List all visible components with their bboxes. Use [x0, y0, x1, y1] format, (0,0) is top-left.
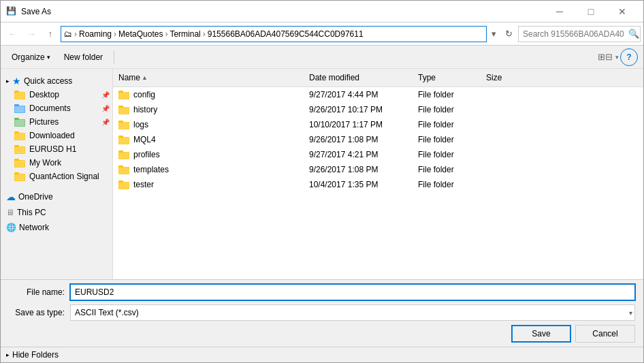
file-folder-icon [118, 120, 129, 129]
crumb-roaming: Roaming [79, 29, 112, 39]
title-icon: 💾 [6, 6, 17, 17]
cancel-button[interactable]: Cancel [575, 325, 635, 343]
network-label: Network [19, 223, 49, 232]
sidebar-item-my-work[interactable]: My Work [1, 156, 112, 170]
svg-rect-8 [15, 120, 25, 126]
sidebar-item-pictures[interactable]: Pictures 📌 [1, 115, 112, 129]
svg-rect-35 [119, 153, 129, 159]
table-row[interactable]: MQL4 9/26/2017 1:08 PM File folder [113, 132, 643, 147]
my-work-label: My Work [29, 158, 61, 168]
hide-folders-row[interactable]: ▸ Hide Folders [1, 347, 643, 362]
filename-row: File name: [9, 284, 635, 300]
table-row[interactable]: config 9/27/2017 4:44 PM File folder [113, 87, 643, 102]
quant-folder-icon [14, 172, 25, 181]
file-folder-icon [118, 135, 129, 144]
sidebar-item-documents[interactable]: Documents 📌 [1, 101, 112, 115]
maximize-button[interactable]: □ [575, 1, 607, 22]
col-header-date[interactable]: Date modified [304, 70, 413, 85]
table-row[interactable]: profiles 9/27/2017 4:21 PM File folder [113, 147, 643, 162]
svg-rect-23 [119, 93, 129, 99]
title-bar: 💾 Save As ─ □ ✕ [1, 1, 643, 22]
file-name-cell: templates [113, 163, 304, 176]
sidebar: ▸ ★ Quick access Desktop 📌 [1, 69, 113, 279]
pin-icon-pics: 📌 [101, 119, 110, 126]
svg-rect-4 [14, 104, 19, 106]
my-work-folder-icon [14, 158, 25, 168]
search-icon-button[interactable]: 🔍 [628, 29, 639, 39]
table-row[interactable]: templates 9/26/2017 1:08 PM File folder [113, 162, 643, 177]
col-header-size[interactable]: Size [481, 70, 535, 85]
title-bar-controls: ─ □ ✕ [544, 1, 638, 22]
eurusd-folder-icon [14, 144, 25, 154]
svg-rect-2 [15, 93, 25, 99]
refresh-button[interactable]: ↻ [500, 26, 517, 42]
view-button[interactable]: ⊞⊟ [596, 48, 614, 66]
svg-rect-29 [119, 123, 129, 129]
search-input[interactable] [518, 26, 641, 42]
new-folder-button[interactable]: New folder [59, 48, 108, 66]
file-name-cell: MQL4 [113, 133, 304, 146]
file-date-cell: 9/27/2017 4:44 PM [304, 88, 413, 101]
file-size-cell [481, 153, 535, 157]
file-size-cell [481, 183, 535, 187]
file-type-cell: File folder [413, 118, 481, 131]
action-row: Save Cancel [9, 325, 635, 343]
table-row[interactable]: history 9/26/2017 10:17 PM File folder [113, 102, 643, 117]
bottom-panel: File name: Save as type: ASCII Text (*.c… [1, 279, 643, 347]
file-size-cell [481, 168, 535, 172]
sidebar-quick-access[interactable]: ▸ ★ Quick access [1, 72, 112, 88]
minimize-button[interactable]: ─ [544, 1, 575, 22]
file-list-container: Name ▲ Date modified Type Size [113, 69, 643, 279]
pictures-label: Pictures [29, 117, 59, 127]
title-text: Save As [21, 7, 544, 16]
svg-rect-37 [118, 165, 123, 168]
file-folder-icon [118, 150, 129, 159]
sidebar-this-pc[interactable]: 🖥 This PC [1, 204, 112, 219]
quick-access-label: Quick access [24, 76, 72, 86]
file-date-cell: 9/26/2017 10:17 PM [304, 103, 413, 116]
sidebar-item-eurusd[interactable]: EURUSD H1 [1, 142, 112, 156]
close-button[interactable]: ✕ [607, 1, 638, 22]
filename-input[interactable] [70, 284, 635, 300]
crumb-1: 🗂 [64, 29, 72, 39]
file-type-cell: File folder [413, 103, 481, 116]
back-button[interactable]: ← [3, 25, 21, 43]
up-button[interactable]: ↑ [42, 25, 59, 43]
svg-rect-26 [119, 108, 129, 114]
table-row[interactable]: logs 10/10/2017 1:17 PM File folder [113, 117, 643, 132]
address-bar-row: ← → ↑ 🗂 › Roaming › MetaQuotes › Termina… [1, 22, 643, 46]
documents-folder-icon [14, 104, 25, 113]
file-folder-icon [118, 105, 129, 114]
sidebar-network[interactable]: 🌐 Network [1, 219, 112, 234]
svg-rect-28 [118, 121, 123, 123]
col-header-name[interactable]: Name ▲ [113, 70, 304, 85]
svg-rect-14 [15, 147, 25, 153]
col-header-type[interactable]: Type [413, 70, 481, 85]
organize-button[interactable]: Organize ▾ [6, 48, 56, 66]
sidebar-item-downloaded[interactable]: Downloaded [1, 129, 112, 142]
svg-rect-32 [119, 138, 129, 144]
forward-button[interactable]: → [22, 25, 40, 43]
file-size-cell [481, 93, 535, 97]
sidebar-onedrive[interactable]: ☁ OneDrive [1, 187, 112, 204]
file-type-cell: File folder [413, 163, 481, 176]
toolbar-separator [114, 50, 114, 64]
table-row[interactable]: tester 10/4/2017 1:35 PM File folder [113, 177, 643, 192]
quick-access-chevron: ▸ [6, 78, 10, 84]
filename-label: File name: [9, 287, 70, 297]
sidebar-item-desktop[interactable]: Desktop 📌 [1, 88, 112, 101]
file-folder-icon [118, 90, 129, 99]
file-type-cell: File folder [413, 148, 481, 161]
desktop-folder-icon [14, 90, 25, 99]
file-type-cell: File folder [413, 88, 481, 101]
address-bar[interactable]: 🗂 › Roaming › MetaQuotes › Terminal › 91… [61, 26, 487, 42]
address-dropdown-button[interactable]: ▾ [488, 26, 499, 42]
pin-icon-docs: 📌 [101, 105, 110, 112]
savetype-select[interactable]: ASCII Text (*.csv)CSV (*.csv)Text (*.txt… [70, 304, 635, 321]
file-date-cell: 9/27/2017 4:21 PM [304, 148, 413, 161]
view-dropdown-icon: ▾ [615, 54, 619, 61]
documents-label: Documents [29, 104, 71, 113]
save-button[interactable]: Save [511, 325, 571, 343]
help-button[interactable]: ? [620, 48, 638, 66]
sidebar-item-quant[interactable]: QuantAction Signal [1, 170, 112, 183]
